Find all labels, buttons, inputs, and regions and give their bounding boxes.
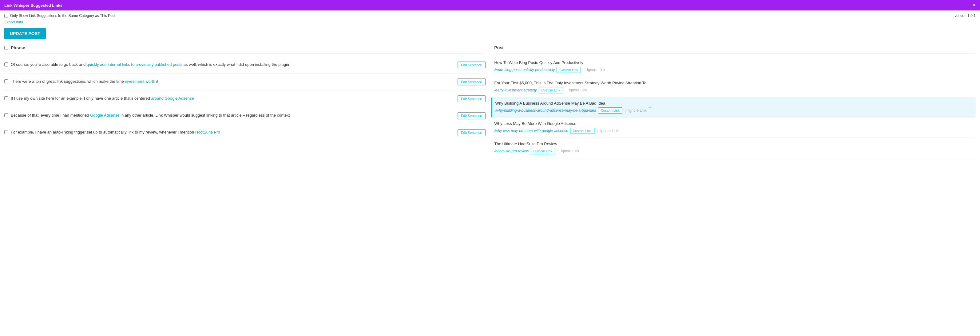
phrase-row: If I use my own site here for an example… <box>4 91 485 107</box>
top-bar-left: Link Whisper Suggested Links <box>4 3 62 8</box>
separator-3: | <box>625 108 626 113</box>
controls-row: Only Show Link Suggestions In the Same C… <box>0 10 980 19</box>
top-bar-title: Link Whisper Suggested Links <box>4 3 62 8</box>
phrase-link-4[interactable]: Google Adsense <box>90 113 119 118</box>
update-post-button[interactable]: UPDATE POST <box>4 28 46 39</box>
phrase-row: For example, I have an auto-linking trig… <box>4 124 485 141</box>
phrase-text-1: Of course, you're also able to go back a… <box>11 62 455 68</box>
phrase-checkbox-3[interactable] <box>4 96 8 100</box>
post-header: Post <box>495 45 976 54</box>
phrase-text-before-5: For example, I have an auto-linking trig… <box>11 130 195 134</box>
phrase-text-before-3: If I use my own site here for an example… <box>11 96 151 100</box>
post-title-2: For Your First $5,000, This Is The Only … <box>495 81 976 85</box>
phrase-text-4: Because of that, every time I had mentio… <box>11 112 455 118</box>
phrase-link-1[interactable]: quickly add internal links to previously… <box>87 62 182 67</box>
post-row-3: /why-building-a-business-around-adsense-… <box>495 107 973 113</box>
phrase-link-5[interactable]: HootSuite Pro <box>195 130 220 134</box>
separator-5: | <box>557 149 558 153</box>
ignore-link-4[interactable]: Ignore Link <box>600 129 618 133</box>
post-entry-2: For Your First $5,000, This Is The Only … <box>495 77 976 97</box>
phrase-checkbox-2[interactable] <box>4 80 8 83</box>
phrase-link-3[interactable]: around Google Adsense <box>151 96 194 100</box>
separator-2: | <box>565 88 566 92</box>
phrase-text-after-1: as well, which is exactly what I did upo… <box>182 62 289 67</box>
phrase-row: There were a ton of great link suggestio… <box>4 73 485 91</box>
edit-sentence-btn-3[interactable]: Edit Sentence <box>458 96 485 102</box>
phrase-checkbox-4[interactable] <box>4 113 8 117</box>
same-category-checkbox[interactable] <box>4 14 8 18</box>
post-entry-3: Why Building A Business Around AdSense M… <box>492 97 976 118</box>
custom-link-btn-1[interactable]: Custom Link <box>557 67 581 73</box>
post-row-2: /early-investment-strategy Custom Link |… <box>495 87 976 93</box>
phrase-text-2: There were a ton of great link suggestio… <box>11 78 455 84</box>
phrase-header-checkbox[interactable] <box>4 46 8 50</box>
left-pane: Phrase Of course, you're also able to go… <box>0 42 490 161</box>
export-row: Export data <box>0 19 980 26</box>
custom-link-btn-2[interactable]: Custom Link <box>539 87 563 93</box>
custom-link-btn-5[interactable]: Custom Link <box>531 148 555 154</box>
post-row-1: /write-blog-posts-quickly-productively C… <box>495 67 976 73</box>
phrase-row: Of course, you're also able to go back a… <box>4 57 485 73</box>
post-title-3: Why Building A Business Around AdSense M… <box>495 101 973 105</box>
edit-sentence-btn-5[interactable]: Edit Sentence <box>458 129 485 136</box>
edit-sentence-btn-4[interactable]: Edit Sentence <box>458 112 485 119</box>
edit-sentence-btn-1[interactable]: Edit Sentence <box>458 62 485 68</box>
phrase-text-3: If I use my own site here for an example… <box>11 96 455 102</box>
phrase-row: Because of that, every time I had mentio… <box>4 107 485 124</box>
phrase-checkbox-1[interactable] <box>4 62 8 67</box>
ignore-link-1[interactable]: Ignore Link <box>587 68 605 72</box>
ignore-link-5[interactable]: Ignore Link <box>561 149 579 153</box>
top-bar: Link Whisper Suggested Links × <box>0 0 980 10</box>
phrase-text-before-4: Because of that, every time I had mentio… <box>11 113 90 118</box>
phrase-link-2[interactable]: investment worth <box>125 79 155 84</box>
phrase-header-label: Phrase <box>11 45 25 50</box>
custom-link-btn-3[interactable]: Custom Link <box>598 107 622 113</box>
post-title-5: The Ultimate HootSuite Pro Review <box>495 142 976 146</box>
phrase-text-before-2: There were a ton of great link suggestio… <box>11 79 125 84</box>
post-entry-5: The Ultimate HootSuite Pro Review /hoots… <box>495 138 976 158</box>
post-entry-1: How To Write Blog Posts Quickly And Prod… <box>495 57 976 77</box>
edit-sentence-btn-2[interactable]: Edit Sentence <box>458 78 485 85</box>
main-layout: Phrase Of course, you're also able to go… <box>0 42 980 161</box>
same-category-label[interactable]: Only Show Link Suggestions In the Same C… <box>4 14 115 18</box>
phrase-text-after-2: it <box>155 79 158 84</box>
post-slug-3: /why-building-a-business-around-adsense-… <box>495 108 596 113</box>
post-slug-2: /early-investment-strategy <box>495 88 537 92</box>
post-row-4: /why-less-may-be-more-with-google-adsens… <box>495 128 976 134</box>
phrase-checkbox-5[interactable] <box>4 130 8 134</box>
post-slug-1: /write-blog-posts-quickly-productively <box>495 68 555 72</box>
close-icon[interactable]: × <box>973 2 976 8</box>
export-link[interactable]: Export data <box>4 20 23 24</box>
version-text: version 1.0.1 <box>955 14 976 18</box>
separator-4: | <box>597 129 598 133</box>
phrase-text-5: For example, I have an auto-linking trig… <box>11 129 455 135</box>
ignore-link-2[interactable]: Ignore Link <box>569 88 587 92</box>
post-title-1: How To Write Blog Posts Quickly And Prod… <box>495 60 976 65</box>
phrase-header: Phrase <box>4 45 485 54</box>
ignore-link-3[interactable]: Ignore Link <box>628 108 646 113</box>
post-row-5: /hootsuite-pro-review Custom Link | Igno… <box>495 148 976 154</box>
separator-1: | <box>583 68 584 72</box>
right-pane: Post How To Write Blog Posts Quickly And… <box>490 42 980 161</box>
custom-link-btn-4[interactable]: Custom Link <box>570 128 594 134</box>
post-entry-4: Why Less May Be More With Google Adsense… <box>495 118 976 138</box>
post-slug-4: /why-less-may-be-more-with-google-adsens… <box>495 129 568 133</box>
phrase-text-after-4: in any other article, Link Whisper would… <box>119 113 290 118</box>
post-title-4: Why Less May Be More With Google Adsense <box>495 121 976 126</box>
add-icon-3[interactable]: + <box>649 104 652 111</box>
post-slug-5: /hootsuite-pro-review <box>495 149 529 153</box>
phrase-text-before-1: Of course, you're also able to go back a… <box>11 62 87 67</box>
